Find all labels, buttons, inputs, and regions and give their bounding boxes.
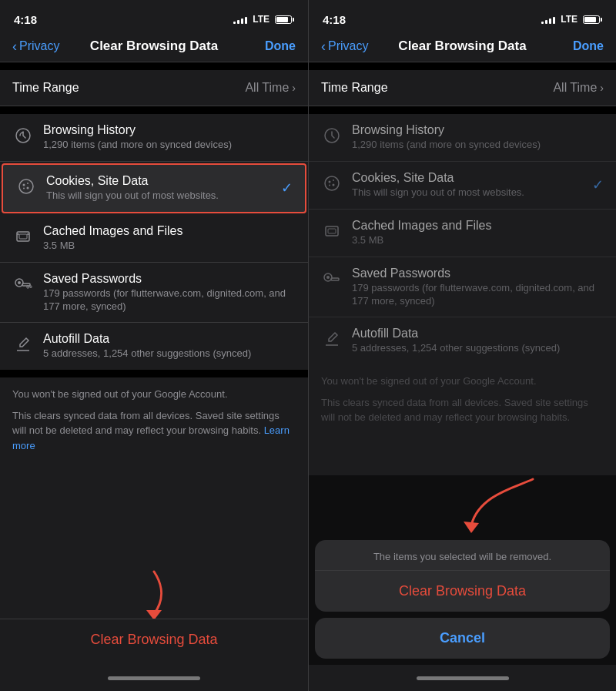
right-history-text: Browsing History 1,290 items (and more o… — [352, 123, 604, 152]
right-browsing-history-item[interactable]: Browsing History 1,290 items (and more o… — [309, 114, 616, 162]
left-time-range-chevron-icon: › — [292, 82, 296, 94]
right-signal-icon — [541, 15, 555, 24]
svg-rect-13 — [27, 286, 29, 288]
left-clear-button-area: Clear Browsing Data — [0, 619, 308, 660]
left-cached-subtitle: 3.5 MB — [43, 240, 296, 253]
left-status-icons: LTE — [233, 14, 294, 25]
right-history-icon — [321, 125, 343, 146]
right-autofill-subtitle: 5 addresses, 1,254 other suggestions (sy… — [352, 342, 604, 355]
left-battery-icon — [275, 15, 294, 24]
svg-point-18 — [325, 176, 339, 190]
left-home-bar — [108, 676, 200, 680]
left-clear-button[interactable]: Clear Browsing Data — [90, 632, 217, 648]
right-lte-icon: LTE — [561, 14, 578, 25]
left-time: 4:18 — [14, 13, 37, 26]
left-info-text-2: This clears synced data from all devices… — [12, 408, 296, 454]
right-home-bar — [417, 676, 509, 680]
right-passwords-item[interactable]: Saved Passwords 179 passwords (for flutt… — [309, 257, 616, 318]
svg-rect-14 — [30, 286, 32, 288]
svg-point-5 — [23, 187, 25, 189]
svg-point-11 — [18, 281, 21, 284]
right-time-range-label: Time Range — [321, 81, 388, 95]
left-history-title: Browsing History — [43, 123, 296, 137]
right-home-indicator — [309, 665, 616, 691]
right-cookies-title: Cookies, Site Data — [352, 171, 580, 185]
right-chevron-icon: ‹ — [321, 39, 326, 53]
right-battery-icon — [583, 15, 602, 24]
right-spacer-2 — [309, 106, 616, 114]
right-cancel-button[interactable]: Cancel — [315, 618, 610, 659]
svg-point-26 — [326, 276, 330, 279]
left-signal-icon — [233, 15, 247, 24]
right-cookies-check-icon: ✓ — [592, 176, 604, 193]
left-autofill-text: Autofill Data 5 addresses, 1,254 other s… — [43, 332, 296, 361]
left-done-button[interactable]: Done — [242, 39, 296, 53]
left-cached-text: Cached Images and Files 3.5 MB — [43, 224, 296, 253]
left-browsing-history-item[interactable]: Browsing History 1,290 items (and more o… — [0, 114, 308, 162]
right-nav-title: Clear Browsing Data — [375, 39, 550, 54]
left-passwords-title: Saved Passwords — [43, 272, 296, 286]
left-autofill-title: Autofill Data — [43, 332, 296, 346]
left-cookies-icon — [15, 176, 37, 197]
left-lte-icon: LTE — [253, 14, 270, 25]
right-status-icons: LTE — [541, 14, 602, 25]
left-autofill-item[interactable]: Autofill Data 5 addresses, 1,254 other s… — [0, 323, 308, 370]
right-cookies-text: Cookies, Site Data This will sign you ou… — [352, 171, 580, 200]
right-back-label: Privacy — [328, 39, 368, 53]
svg-point-2 — [23, 183, 25, 186]
left-cookies-text: Cookies, Site Data This will sign you ou… — [46, 174, 269, 203]
svg-rect-6 — [17, 232, 29, 241]
right-arrow-icon — [456, 475, 548, 537]
right-history-subtitle: 1,290 items (and more on synced devices) — [352, 139, 604, 152]
left-time-range-row[interactable]: Time Range All Time › — [0, 70, 308, 106]
left-cookies-item[interactable]: Cookies, Site Data This will sign you ou… — [2, 163, 306, 213]
right-info-text-1: You won't be signed out of your Google A… — [321, 374, 604, 389]
left-cached-title: Cached Images and Files — [43, 224, 296, 238]
right-list-section: Browsing History 1,290 items (and more o… — [309, 114, 616, 364]
right-passwords-text: Saved Passwords 179 passwords (for flutt… — [352, 267, 604, 308]
right-cookies-subtitle: This will sign you out of most websites. — [352, 186, 580, 200]
right-history-title: Browsing History — [352, 123, 604, 137]
right-cached-text: Cached Images and Files 3.5 MB — [352, 219, 604, 247]
right-time: 4:18 — [323, 13, 346, 26]
left-spacer-3 — [0, 370, 308, 377]
svg-point-4 — [27, 186, 29, 189]
right-time-range-value: All Time › — [553, 81, 604, 95]
right-back-button[interactable]: ‹ Privacy — [321, 39, 375, 53]
right-autofill-item[interactable]: Autofill Data 5 addresses, 1,254 other s… — [309, 317, 616, 364]
svg-rect-12 — [22, 283, 30, 286]
right-time-range-row[interactable]: Time Range All Time › — [309, 70, 616, 106]
left-panel: 4:18 LTE ‹ Privacy Clear Browsing Data D… — [0, 0, 308, 691]
left-spacer-1 — [0, 62, 308, 70]
svg-rect-23 — [326, 226, 338, 236]
svg-point-19 — [329, 180, 331, 183]
right-nav-bar: ‹ Privacy Clear Browsing Data Done — [309, 34, 616, 62]
left-time-range-value: All Time › — [245, 81, 296, 95]
right-cached-icon — [321, 220, 343, 242]
left-history-icon — [12, 125, 34, 146]
right-status-bar: 4:18 LTE — [309, 0, 616, 34]
right-info-section: You won't be signed out of your Google A… — [309, 364, 616, 441]
left-cached-item[interactable]: Cached Images and Files 3.5 MB — [0, 215, 308, 263]
right-autofill-text: Autofill Data 5 addresses, 1,254 other s… — [352, 327, 604, 355]
left-cookies-subtitle: This will sign you out of most websites. — [46, 190, 269, 203]
right-cookies-item[interactable]: Cookies, Site Data This will sign you ou… — [309, 162, 616, 210]
right-done-button[interactable]: Done — [550, 39, 604, 53]
right-cookies-icon — [321, 173, 343, 194]
left-spacer-2 — [0, 106, 308, 114]
right-cached-item[interactable]: Cached Images and Files 3.5 MB — [309, 210, 616, 257]
svg-point-22 — [329, 184, 330, 186]
left-back-button[interactable]: ‹ Privacy — [12, 39, 66, 53]
left-autofill-icon — [12, 334, 34, 355]
left-info-section: You won't be signed out of your Google A… — [0, 377, 308, 468]
right-spacer-1 — [309, 62, 616, 70]
right-passwords-title: Saved Passwords — [352, 267, 604, 280]
right-panel: 4:18 LTE ‹ Privacy Clear Browsing Data D… — [308, 0, 616, 691]
left-back-label: Privacy — [19, 39, 59, 53]
right-action-sheet-overlay: The items you selected will be removed. … — [309, 475, 616, 665]
left-passwords-text: Saved Passwords 179 passwords (for flutt… — [43, 272, 296, 314]
left-passwords-icon — [12, 273, 34, 295]
right-clear-browsing-button[interactable]: Clear Browsing Data — [315, 571, 610, 612]
left-arrow-container — [131, 568, 177, 622]
left-passwords-item[interactable]: Saved Passwords 179 passwords (for flutt… — [0, 263, 308, 324]
